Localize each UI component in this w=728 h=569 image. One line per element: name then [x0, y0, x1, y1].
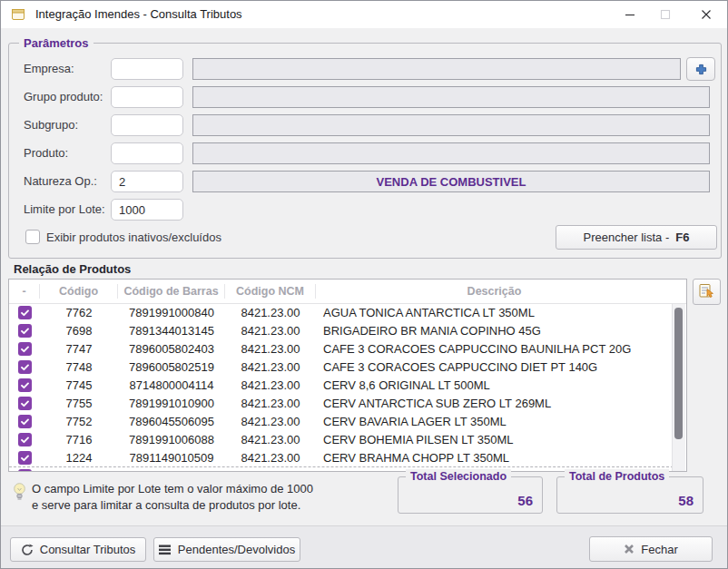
cell-codigo-ncm: 8421.23.00 [225, 378, 316, 392]
row-checkbox-cell [9, 359, 40, 374]
table-row[interactable]: 774587148000041148421.23.00CERV 8,6 ORIG… [9, 376, 674, 394]
show-inactive-checkbox-row: Exibir produtos inativos/excluídos [25, 230, 221, 244]
cell-codigo: 1224 [40, 451, 118, 465]
row-checkbox[interactable] [18, 415, 32, 428]
cell-codigo-ncm: 8421.23.00 [225, 360, 316, 374]
cell-codigo-barras: 7896005802403 [118, 342, 225, 356]
row-checkbox[interactable] [18, 433, 32, 446]
natureza-op-label: Natureza Op.: [24, 171, 97, 192]
empresa-code-input[interactable] [111, 58, 183, 80]
row-checkbox-cell [9, 414, 40, 428]
products-table: - Código Código de Barras Código NCM Des… [8, 279, 687, 472]
row-checkbox-cell [9, 432, 40, 446]
cell-codigo: 7747 [40, 342, 118, 356]
produto-code-input[interactable] [111, 142, 183, 164]
total-selected-label: Total Selecionado [406, 469, 511, 485]
row-checkbox[interactable] [18, 324, 32, 338]
toggle-selection-button[interactable] [693, 279, 721, 305]
cell-codigo-barras: 7891991010900 [118, 397, 225, 410]
cell-codigo-ncm: 8421.23.00 [225, 342, 316, 356]
table-row[interactable]: 775578919910109008421.23.00CERV ANTARCTI… [9, 394, 674, 412]
app-icon [11, 7, 25, 25]
cell-descricao: CERV ANTARCTICA SUB ZERO LT 269ML [316, 397, 674, 410]
cell-codigo: 7752 [40, 415, 118, 428]
column-header-ncm[interactable]: Código NCM [225, 284, 316, 299]
hand-select-icon [698, 283, 715, 300]
cell-codigo-ncm: 8421.23.00 [225, 433, 316, 446]
total-selected-box: Total Selecionado 56 [398, 476, 543, 514]
cell-codigo-barras: 7891991006088 [118, 433, 225, 446]
row-checkbox-cell [9, 305, 40, 319]
row-checkbox[interactable] [18, 342, 32, 356]
subgrupo-name-field [192, 114, 710, 136]
window-title: Integração Imendes - Consulta Tributos [35, 7, 242, 21]
refresh-icon [21, 544, 34, 556]
dialog-consulta-tributos: Integração Imendes - Consulta Tributos P… [0, 0, 728, 569]
close-x-icon [624, 544, 635, 554]
row-checkbox-cell [9, 450, 40, 465]
table-row[interactable]: 769878913440131458421.23.00BRIGADEIRO BR… [9, 321, 674, 339]
close-window-icon[interactable] [690, 1, 723, 28]
cell-codigo: 7748 [40, 360, 118, 374]
cell-descricao: CERV BRAHMA CHOPP LT 350ML [316, 451, 674, 465]
row-checkbox[interactable] [18, 360, 32, 374]
table-header: - Código Código de Barras Código NCM Des… [9, 280, 686, 304]
table-scrollbar-track[interactable] [672, 304, 685, 472]
grupo-produto-code-input[interactable] [111, 86, 183, 108]
table-row[interactable]: 774778960058024038421.23.00CAFE 3 CORACO… [9, 339, 674, 358]
table-row[interactable]: 776278919910008408421.23.00AGUA TONICA A… [9, 303, 674, 321]
table-row[interactable]: 775278960455060958421.23.00CERV BAVARIA … [9, 412, 674, 430]
column-header-descricao[interactable]: Descrição [316, 284, 673, 299]
parameters-group: Parâmetros Empresa: Grupo produto: Subgr… [8, 43, 722, 259]
row-checkbox[interactable] [18, 451, 32, 465]
cell-descricao: AGUA TONICA ANTARCTICA LT 350ML [316, 306, 674, 319]
cell-codigo-ncm: 8421.23.00 [225, 451, 316, 465]
row-checkbox-cell [9, 396, 40, 410]
fill-list-button[interactable]: Preencher lista - F6 [556, 225, 717, 250]
consult-taxes-button[interactable]: Consultar Tributos [10, 537, 146, 562]
cell-codigo-ncm: 8421.23.00 [225, 415, 316, 428]
cell-codigo-ncm: 8421.23.00 [225, 397, 316, 410]
total-selected-value: 56 [517, 493, 533, 508]
cell-codigo-ncm: 8421.23.00 [225, 324, 316, 338]
maximize-button[interactable] [649, 1, 682, 28]
check-icon [20, 435, 30, 445]
minimize-button[interactable] [614, 1, 646, 28]
close-button[interactable]: Fechar [589, 536, 713, 562]
limite-lote-input[interactable] [111, 199, 183, 221]
check-icon [20, 453, 30, 463]
row-checkbox[interactable] [18, 306, 32, 319]
table-row[interactable]: 771678919910060888421.23.00CERV BOHEMIA … [9, 430, 674, 448]
row-checkbox[interactable] [18, 397, 32, 410]
cell-codigo: 7716 [40, 433, 118, 446]
column-header-barras[interactable]: Código de Barras [118, 284, 225, 299]
cell-descricao: CERV BOHEMIA PILSEN LT 350ML [316, 433, 674, 446]
show-inactive-checkbox[interactable] [25, 230, 40, 244]
total-products-box: Total de Produtos 58 [556, 476, 703, 514]
add-empresa-button[interactable] [686, 57, 715, 81]
subgrupo-code-input[interactable] [111, 114, 183, 136]
subgrupo-label: Subgrupo: [24, 114, 78, 136]
cell-codigo-barras: 7891991000840 [118, 306, 225, 319]
show-inactive-label: Exibir produtos inativos/excluídos [46, 231, 221, 244]
products-section-label: Relação de Produtos [14, 262, 131, 276]
natureza-op-name-field: VENDA DE COMBUSTIVEL [192, 171, 710, 192]
table-scrollbar-thumb[interactable] [674, 308, 683, 439]
cell-descricao: BRIGADEIRO BR MANIA COPINHO 45G [316, 324, 674, 338]
pending-returned-button[interactable]: Pendentes/Devolvidos [153, 537, 300, 562]
table-row[interactable]: 122478911490105098421.23.00CERV BRAHMA C… [9, 448, 674, 466]
grupo-produto-name-field [192, 86, 710, 108]
produto-name-field [192, 142, 710, 164]
product-rows: 776278919910008408421.23.00AGUA TONICA A… [9, 303, 674, 466]
row-checkbox[interactable] [18, 378, 32, 392]
cell-descricao: CAFE 3 CORACOES CAPPUCCINO DIET PT 140G [316, 360, 674, 374]
cell-codigo: 7755 [40, 397, 118, 410]
natureza-op-code-input[interactable] [111, 171, 183, 192]
table-row[interactable]: 774878960058025198421.23.00CAFE 3 CORACO… [9, 358, 674, 376]
empresa-label: Empresa: [24, 58, 74, 80]
partial-row-checkbox [18, 469, 32, 472]
column-header-codigo[interactable]: Código [40, 284, 118, 299]
limite-lote-label: Limite por Lote: [24, 199, 105, 221]
column-header-check[interactable]: - [9, 284, 40, 299]
row-checkbox-cell [9, 341, 40, 356]
